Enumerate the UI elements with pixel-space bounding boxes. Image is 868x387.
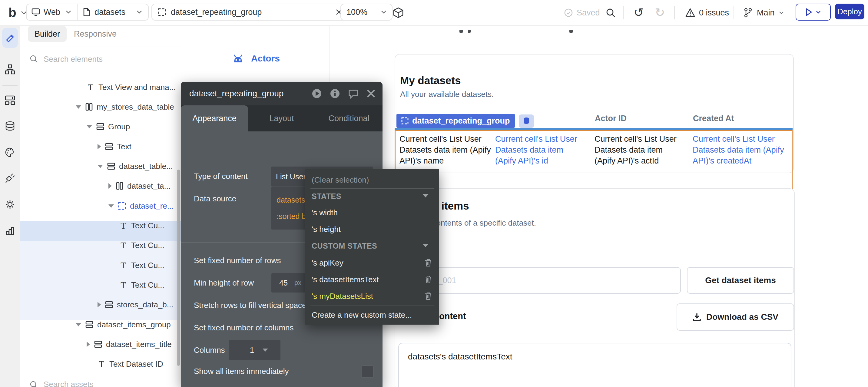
columns-select[interactable]: 1 [229,340,280,360]
expression-prefix: datasets [277,196,305,204]
rail-item-design[interactable] [2,28,18,48]
components-icon[interactable] [5,95,15,105]
tree-item[interactable]: dataset_items_title [20,334,181,354]
styles-palette-icon[interactable] [5,147,15,158]
tree-item[interactable]: dataset_table... [20,156,181,176]
platform-selector[interactable]: Web [27,7,77,17]
create-custom-state-option[interactable]: Create a new custom state... [312,311,412,320]
selected-element-chip[interactable]: dataset_repeating_group [397,114,515,128]
close-icon[interactable] [367,89,375,98]
tab-responsive[interactable]: Responsive [68,26,122,42]
page-icon [83,8,90,17]
repeating-group-outline[interactable]: Current cell's List User Datasets data i… [395,130,793,196]
tab-builder[interactable]: Builder [28,26,67,42]
tree-item[interactable]: T Text Cu... [20,255,181,275]
search-assets-field[interactable]: Search assets [20,377,181,387]
search-icon [30,381,38,387]
tab-layout[interactable]: Layout [248,105,315,131]
branch-label: Main [757,8,775,18]
dropdown-divider [310,188,434,189]
tree-item[interactable]: stores_data_b... [20,295,181,315]
app-logo[interactable]: b [8,0,27,26]
component-cube-icon[interactable] [392,7,404,19]
tree-item[interactable]: dataset_items_group [20,315,181,334]
dataset-content-box[interactable]: datasets's datasetItemsText [398,343,792,387]
trash-icon[interactable] [425,292,432,300]
table-cell-createdat[interactable]: Current cell's List User Datasets data i… [693,134,791,166]
chevron-down-icon [816,10,821,14]
table-cell-actid[interactable]: Current cell's List User Datasets data i… [594,134,683,166]
tree-item[interactable]: dataset_ta... [20,176,181,196]
tree-item[interactable]: my_stores_data_table [20,97,181,117]
trash-icon[interactable] [425,275,432,284]
group-element-icon [107,163,115,170]
tree-item[interactable]: T Text Cu... [20,216,181,235]
settings-gear-icon[interactable] [5,199,15,209]
tree-item[interactable]: T Text Dataset ID [20,354,181,374]
redo-button[interactable]: ↻ [655,5,665,20]
deploy-button[interactable]: Deploy [835,4,864,20]
tree-item[interactable]: T Text View and mana... [20,77,181,97]
tree-item[interactable]: dataset_items_in... [20,373,181,377]
database-icon[interactable] [5,121,15,131]
show-all-checkbox[interactable] [361,365,374,378]
search-icon[interactable] [606,8,616,18]
custom-states-section-header[interactable]: CUSTOM STATES [312,241,377,251]
tree-item[interactable]: Text [20,136,181,157]
workflow-icon[interactable] [5,64,15,74]
expander-open-icon[interactable] [87,125,92,128]
issues-indicator[interactable]: 0 issues [685,0,729,26]
logs-chart-icon[interactable] [5,225,15,235]
tree-item[interactable]: T Text Cu... [20,275,181,295]
preview-button[interactable] [796,4,831,21]
tree-item[interactable]: T Text Cu... [20,235,181,255]
expander-open-icon[interactable] [97,165,103,168]
expander-closed-icon[interactable] [108,183,112,189]
expander-open-icon[interactable] [76,323,81,326]
data-source-badge[interactable] [519,115,534,128]
tab-label: Appearance [192,114,237,123]
states-section-header[interactable]: STATES [312,192,341,201]
tree-item[interactable]: Group [20,117,181,136]
state-option-height[interactable]: 's height [312,225,341,234]
table-cell-name[interactable]: Current cell's List User Datasets data i… [400,134,491,166]
custom-state-apikey[interactable]: 's apiKey [312,258,343,268]
chevron-down-icon [779,11,784,14]
tree-scrollbar[interactable] [177,169,180,366]
expander-open-icon[interactable] [76,105,81,109]
element-tab[interactable]: dataset_repeating_group [151,4,349,21]
state-option-width[interactable]: 's width [312,208,338,218]
trash-icon[interactable] [425,259,432,267]
custom-state-mydatasetslist[interactable]: 's myDatasetsList [312,292,373,301]
collapse-caret-icon[interactable] [423,194,429,197]
expander-open-icon[interactable] [108,204,114,208]
clear-selection-option[interactable]: (Clear selection) [312,175,369,185]
run-play-icon[interactable] [312,89,322,99]
collapse-caret-icon[interactable] [423,244,429,247]
comment-bubble-icon[interactable] [348,89,359,99]
property-editor-header[interactable]: dataset_repeating_group [181,82,382,105]
search-elements-field[interactable]: Search elements [20,48,181,70]
tree-item-label: Text Cu... [131,281,164,290]
get-dataset-items-button[interactable]: Get dataset items [687,267,794,294]
expander-closed-icon[interactable] [97,144,101,149]
dataset-id-input[interactable]: dataset_001 [403,267,681,294]
tree-item[interactable]: T Text Datasets [20,70,181,77]
tab-appearance[interactable]: Appearance [181,105,248,131]
tree-item-selected[interactable]: dataset_re... [20,196,181,216]
plugins-icon[interactable] [5,173,15,184]
tab-conditional[interactable]: Conditional [315,105,382,131]
custom-state-datasetitemstext[interactable]: 's datasetItemsText [312,275,379,284]
table-cell-id[interactable]: Current cell's List User Datasets data i… [495,134,584,166]
page-selector[interactable]: datasets [78,7,148,17]
zoom-selector[interactable]: 100% [340,4,393,21]
undo-button[interactable]: ↺ [633,5,644,20]
sidebar-item-actors[interactable]: Actors [232,53,280,64]
expander-closed-icon[interactable] [97,302,101,308]
info-icon[interactable] [330,89,340,99]
branch-selector[interactable]: Main [744,0,784,26]
download-csv-button[interactable]: Download as CSV [677,303,794,331]
expander-closed-icon[interactable] [87,342,90,347]
page-label: datasets [94,7,125,17]
min-height-input[interactable]: 45 px [271,273,305,292]
